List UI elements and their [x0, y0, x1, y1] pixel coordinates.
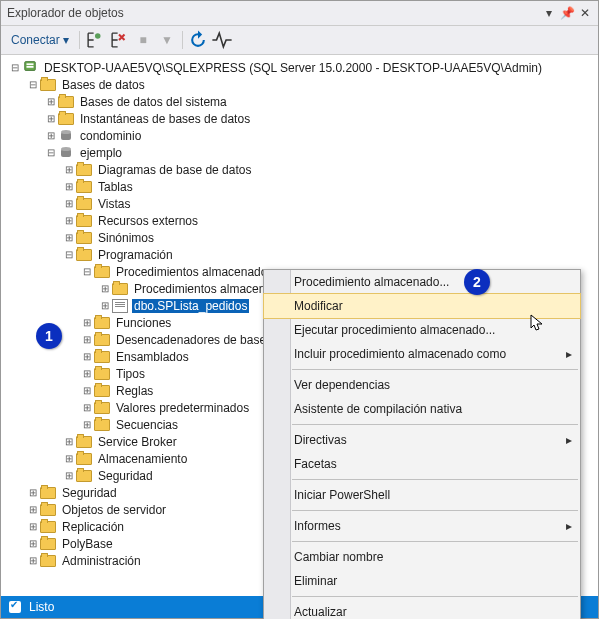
pin-icon[interactable]: 📌	[560, 6, 574, 20]
dropdown-icon[interactable]: ▾	[542, 6, 556, 20]
svg-rect-2	[27, 63, 34, 65]
collapse-icon[interactable]	[9, 62, 20, 73]
refresh-icon[interactable]	[187, 29, 209, 51]
menu-item[interactable]: Facetas	[264, 452, 580, 476]
tree-node-label: Replicación	[60, 520, 126, 534]
tree-node[interactable]: Bases de datos	[1, 76, 598, 93]
expand-icon[interactable]	[63, 470, 74, 481]
expand-icon[interactable]	[63, 215, 74, 226]
disconnect-icon[interactable]	[108, 29, 130, 51]
expand-icon[interactable]	[45, 113, 56, 124]
tree-node-label: Seguridad	[60, 486, 119, 500]
menu-item[interactable]: Informes	[264, 514, 580, 538]
connect-icon[interactable]	[84, 29, 106, 51]
expand-icon[interactable]	[63, 436, 74, 447]
menu-item-label: Actualizar	[294, 605, 347, 619]
folder-icon	[76, 163, 92, 177]
folder-icon	[40, 78, 56, 92]
tree-node[interactable]: Recursos externos	[1, 212, 598, 229]
collapse-icon[interactable]	[81, 266, 92, 277]
svg-rect-3	[27, 66, 34, 68]
tree-node[interactable]: Sinónimos	[1, 229, 598, 246]
menu-separator	[292, 596, 578, 597]
svg-point-0	[95, 33, 101, 39]
expand-icon[interactable]	[27, 504, 38, 515]
activity-icon[interactable]	[211, 29, 233, 51]
separator	[79, 31, 80, 49]
expand-icon[interactable]	[27, 538, 38, 549]
menu-item[interactable]: Iniciar PowerShell	[264, 483, 580, 507]
folder-icon	[40, 520, 56, 534]
expand-icon[interactable]	[45, 96, 56, 107]
object-explorer-panel: Explorador de objetos ▾ 📌 ✕ Conectar ▾ ■…	[0, 0, 599, 619]
toolbar: Conectar ▾ ■ ▼	[1, 26, 598, 55]
tree-node[interactable]: condominio	[1, 127, 598, 144]
menu-item-label: Cambiar nombre	[294, 550, 383, 564]
tree-node-label: Instantáneas de bases de datos	[78, 112, 252, 126]
panel-title: Explorador de objetos	[7, 6, 124, 20]
menu-item[interactable]: Ejecutar procedimiento almacenado...	[264, 318, 580, 342]
collapse-icon[interactable]	[27, 79, 38, 90]
menu-item-label: Incluir procedimiento almacenado como	[294, 347, 506, 361]
callout-2: 2	[464, 269, 490, 295]
expand-icon[interactable]	[63, 198, 74, 209]
filter-icon[interactable]: ▼	[156, 29, 178, 51]
expand-icon[interactable]	[99, 283, 110, 294]
expand-icon[interactable]	[81, 419, 92, 430]
menu-item[interactable]: Actualizar	[264, 600, 580, 619]
expand-icon[interactable]	[63, 232, 74, 243]
tree-node[interactable]: Programación	[1, 246, 598, 263]
folder-icon	[40, 554, 56, 568]
expand-icon[interactable]	[81, 351, 92, 362]
tree-node-label: Objetos de servidor	[60, 503, 168, 517]
menu-item-label: Modificar	[294, 299, 343, 313]
expand-icon[interactable]	[63, 164, 74, 175]
tree-node-label: Administración	[60, 554, 143, 568]
tree-node[interactable]: Tablas	[1, 178, 598, 195]
db-icon	[58, 146, 74, 160]
menu-item[interactable]: Modificar	[263, 293, 581, 319]
tree-node[interactable]: Bases de datos del sistema	[1, 93, 598, 110]
expand-icon[interactable]	[81, 368, 92, 379]
menu-item[interactable]: Directivas	[264, 428, 580, 452]
expand-icon[interactable]	[81, 334, 92, 345]
expand-icon[interactable]	[27, 555, 38, 566]
menu-item-label: Ejecutar procedimiento almacenado...	[294, 323, 495, 337]
tree-node[interactable]: DESKTOP-UAAE5VQ\SQLEXPRESS (SQL Server 1…	[1, 59, 598, 76]
menu-item-label: Iniciar PowerShell	[294, 488, 390, 502]
menu-item[interactable]: Ver dependencias	[264, 373, 580, 397]
menu-item-label: Directivas	[294, 433, 347, 447]
menu-item[interactable]: Incluir procedimiento almacenado como	[264, 342, 580, 366]
expand-icon[interactable]	[63, 453, 74, 464]
expand-icon[interactable]	[27, 487, 38, 498]
menu-item[interactable]: Eliminar	[264, 569, 580, 593]
tree-node-label: ejemplo	[78, 146, 124, 160]
tree-node[interactable]: Diagramas de base de datos	[1, 161, 598, 178]
stop-icon[interactable]: ■	[132, 29, 154, 51]
expand-icon[interactable]	[99, 300, 110, 311]
folder-icon	[76, 248, 92, 262]
expand-icon[interactable]	[81, 385, 92, 396]
menu-separator	[292, 510, 578, 511]
tree-node[interactable]: Instantáneas de bases de datos	[1, 110, 598, 127]
expand-icon[interactable]	[63, 181, 74, 192]
tree-node-label: Funciones	[114, 316, 173, 330]
menu-item-label: Facetas	[294, 457, 337, 471]
folder-icon	[94, 316, 110, 330]
menu-item[interactable]: Cambiar nombre	[264, 545, 580, 569]
expand-icon[interactable]	[81, 402, 92, 413]
expand-icon[interactable]	[27, 521, 38, 532]
folder-icon	[40, 537, 56, 551]
tree-node[interactable]: ejemplo	[1, 144, 598, 161]
folder-icon	[40, 486, 56, 500]
tree-node[interactable]: Vistas	[1, 195, 598, 212]
expand-icon[interactable]	[81, 317, 92, 328]
menu-item[interactable]: Asistente de compilación nativa	[264, 397, 580, 421]
tree-node-label: Seguridad	[96, 469, 155, 483]
menu-item[interactable]: Procedimiento almacenado...	[264, 270, 580, 294]
close-icon[interactable]: ✕	[578, 6, 592, 20]
connect-button[interactable]: Conectar ▾	[5, 31, 75, 49]
expand-icon[interactable]	[45, 130, 56, 141]
collapse-icon[interactable]	[45, 147, 56, 158]
collapse-icon[interactable]	[63, 249, 74, 260]
